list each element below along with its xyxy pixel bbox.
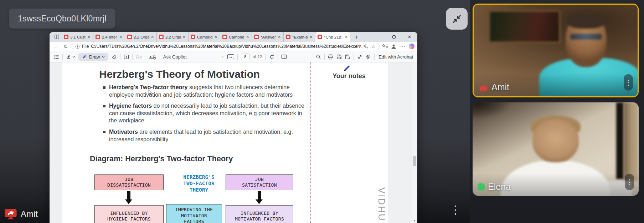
back-icon[interactable]: ← <box>52 44 60 49</box>
stage-options-menu[interactable]: ⋮ <box>450 204 461 216</box>
divider <box>160 54 160 60</box>
tab-close-icon[interactable]: ✕ <box>151 35 154 39</box>
door-frame <box>624 102 639 181</box>
tab-close-icon[interactable]: ✕ <box>119 35 123 39</box>
pdf-toolbar: Draw A∧ aあ Ask Copilot − + <box>50 51 417 62</box>
diagram-box-improving-motivator: IMPROVING THE MOTIVATOR FACTORS <box>166 204 222 223</box>
chevron-down-icon <box>72 56 75 58</box>
scrollbar-track[interactable]: ▾ <box>412 62 417 223</box>
window-close-button[interactable]: ✕ <box>402 32 417 42</box>
browser-tab[interactable]: 3.1 Custo ✕ <box>62 32 93 42</box>
print-icon[interactable] <box>328 54 333 60</box>
divider <box>324 54 325 60</box>
browser-tab[interactable]: *Exam-te ✕ <box>284 32 315 42</box>
settings-gear-icon[interactable] <box>366 54 371 60</box>
participant-tile-amit[interactable]: Amit ⋮ <box>473 4 639 97</box>
diagram-box-job-satisfaction: JOB SATISFACTION <box>226 174 293 190</box>
save-icon[interactable] <box>336 54 342 60</box>
tab-close-icon[interactable]: ✕ <box>214 35 218 39</box>
page-number-input[interactable] <box>241 54 249 60</box>
add-text-icon[interactable] <box>124 54 129 60</box>
browser-tab[interactable]: 2.4 Intern ✕ <box>93 32 125 42</box>
tab-search-icon[interactable] <box>52 32 62 42</box>
edit-with-acrobat-button[interactable]: Edit with Acrobat <box>378 54 413 60</box>
door-gap <box>616 102 624 179</box>
favorites-bar-icon[interactable] <box>382 44 388 49</box>
copilot-icon[interactable] <box>409 44 414 49</box>
contents-icon[interactable] <box>54 55 59 59</box>
zoom-page-icon[interactable] <box>364 44 369 49</box>
notes-divider <box>310 62 311 223</box>
bookmark-star-icon[interactable]: ☆ <box>371 44 376 49</box>
highlighter-icon[interactable] <box>66 54 75 59</box>
browser-tab[interactable]: Cambridg ✕ <box>220 32 252 42</box>
participant-menu-button[interactable]: ⋮ <box>625 174 634 190</box>
translate-icon[interactable]: aあ <box>149 54 156 60</box>
divider <box>374 54 375 60</box>
read-aloud-icon[interactable]: A∧ <box>136 54 142 60</box>
rotate-icon[interactable] <box>269 54 274 60</box>
tab-close-icon[interactable]: ✕ <box>87 35 91 39</box>
browser-tab-strip: 3.1 Custo ✕ 2.4 Intern ✕ 2.2 Organ ✕ 2.2… <box>50 32 417 42</box>
divider <box>120 54 120 60</box>
minimize-shared-screen-button[interactable] <box>446 8 468 30</box>
participant-name: Amit <box>491 82 509 92</box>
divider <box>237 54 238 60</box>
tab-close-icon[interactable]: ✕ <box>182 35 186 39</box>
refresh-icon[interactable]: ↻ <box>62 44 69 49</box>
tab-close-icon[interactable]: ✕ <box>278 35 281 39</box>
fullscreen-icon[interactable] <box>357 54 362 60</box>
fit-width-icon[interactable]: ↔ <box>227 54 234 59</box>
profile-icon[interactable] <box>391 44 397 50</box>
window-controls: − ✕ <box>370 32 417 42</box>
new-tab-button[interactable]: + <box>350 32 362 42</box>
search-icon[interactable] <box>316 54 321 60</box>
browser-tab[interactable]: Cambridg ✕ <box>189 32 220 42</box>
divider <box>266 54 266 60</box>
url-text: C:/Users/T14s%20Gen.2/OneDrive/Vidhu%20L… <box>91 44 361 49</box>
browser-tab[interactable]: 2.2 Organ ✕ <box>125 32 157 42</box>
doc-bullet: Hygiene factors do not necessarily lead … <box>109 102 306 125</box>
page-view-icon[interactable] <box>281 54 287 59</box>
browser-tab-active[interactable]: *Chp 21& ✕ <box>315 32 350 42</box>
tab-close-icon[interactable]: ✕ <box>246 35 249 39</box>
chevron-down-icon <box>102 56 105 58</box>
participant-name: Elena <box>488 182 511 192</box>
pdf-file-icon <box>96 35 100 39</box>
doc-title: Herzberg's Theory of Motivation <box>99 68 260 80</box>
zoom-in-icon[interactable]: + <box>222 54 225 60</box>
window-minimize-button[interactable]: − <box>370 32 386 42</box>
browser-tab[interactable]: *Answer ✕ <box>252 32 284 42</box>
nameplate: Elena <box>478 182 511 192</box>
address-bar[interactable]: File C:/Users/T14s%20Gen.2/OneDrive/Vidh… <box>72 43 380 50</box>
tab-close-icon[interactable]: ✕ <box>309 35 313 39</box>
scrollbar-thumb[interactable] <box>413 156 416 166</box>
doc-bullet: Motivators are elements that lead to job… <box>109 128 306 143</box>
browser-menu-icon[interactable]: ⋯ <box>399 44 406 49</box>
diagram-center-label: HERZBERG'S TWO-FACTOR THEORY <box>176 174 222 193</box>
divider <box>132 54 133 60</box>
meeting-app: 1swssEcoQbo0LKl0mrjl 3.1 Custo ✕ <box>0 0 644 223</box>
diagram-arrow-down <box>258 191 261 199</box>
pdf-content-area: Herzberg's Theory of Motivation Herzberg… <box>50 62 417 223</box>
collapse-arrows-icon <box>451 13 463 25</box>
browser-tab[interactable]: 2.2 Orga ✕ <box>157 32 189 42</box>
screen-share-icon <box>4 208 17 219</box>
participant-tile-elena[interactable]: Elena ⋮ <box>473 102 639 196</box>
draw-tool-button[interactable]: Draw <box>78 53 108 61</box>
screen-share-indicator: Amit <box>4 208 38 219</box>
zoom-out-icon[interactable]: − <box>216 54 218 60</box>
participant-menu-button[interactable]: ⋮ <box>624 74 633 91</box>
diagram-title: Diagram: Herzberg's Two-factor Theory <box>90 154 233 163</box>
tab-close-icon[interactable]: ✕ <box>345 35 348 39</box>
scroll-down-arrow[interactable]: ▾ <box>412 217 417 223</box>
window-restore-button[interactable] <box>386 32 402 42</box>
save-as-icon[interactable] <box>345 54 350 60</box>
divider <box>146 54 146 60</box>
eraser-icon[interactable] <box>112 54 117 60</box>
browser-navbar: ← ↻ File C:/Users/T14s%20Gen.2/OneDrive/… <box>50 42 417 51</box>
share-indicator-name: Amit <box>21 209 38 219</box>
pen-icon <box>342 64 351 73</box>
ask-copilot-button[interactable]: Ask Copilot <box>163 54 187 60</box>
pdf-file-icon <box>64 35 68 39</box>
